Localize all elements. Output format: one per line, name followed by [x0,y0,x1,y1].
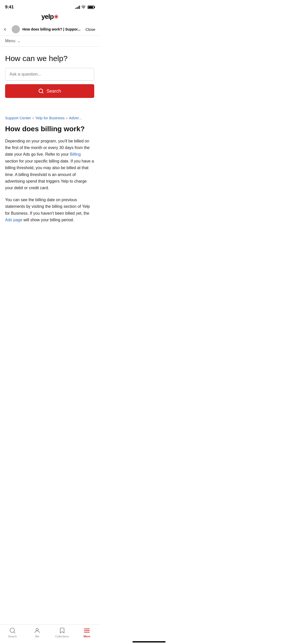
yelp-logo-bar: yelp✳ [0,13,99,23]
breadcrumb-chevron-1: › [33,116,34,120]
billing-link[interactable]: Billing [70,152,81,156]
article-body-2-after: will show your billing period. [22,218,74,222]
menu-bar[interactable]: Menu ⌄ [0,36,99,47]
breadcrumb-support-center[interactable]: Support Center [5,116,31,120]
article-body-1: Depending on your program, you'll be bil… [5,138,94,192]
search-button[interactable]: Search [5,84,94,98]
search-button-label: Search [46,89,61,94]
menu-label: Menu [5,39,15,43]
status-icons [75,5,94,9]
breadcrumb: Support Center › Yelp for Business › Adv… [5,116,94,120]
battery-icon [88,6,94,9]
breadcrumb-chevron-2: › [66,116,67,120]
status-time: 9:41 [5,5,14,10]
close-button[interactable]: Close [86,27,95,32]
browser-nav: ‹ How does billing work? | Suppor... Clo… [0,23,99,36]
breadcrumb-adver[interactable]: Adver... [69,116,82,120]
help-title: How can we help? [5,54,94,63]
search-input-wrapper [5,68,94,81]
breadcrumb-yelp-for-business[interactable]: Yelp for Business [35,116,64,120]
signal-icon [75,5,80,9]
search-input[interactable] [5,68,94,81]
ads-page-link[interactable]: Ads page [5,218,22,222]
article-body-1-after: section for your specific billing date. … [5,159,94,190]
wifi-icon [82,5,86,9]
help-section: How can we help? Search [0,47,99,103]
article-body-2-text: You can see the billing date on previous… [5,198,90,215]
article-body-2: You can see the billing date on previous… [5,197,94,224]
browser-favicon [12,25,20,33]
search-icon [38,88,44,94]
content-section: Support Center › Yelp for Business › Adv… [0,111,99,226]
chevron-down-icon: ⌄ [17,39,20,43]
browser-url: How does billing work? | Suppor... [22,27,83,31]
article-title: How does billing work? [5,125,94,133]
svg-line-1 [42,92,43,93]
yelp-logo: yelp✳ [41,13,58,20]
status-bar: 9:41 [0,0,99,13]
back-button[interactable]: ‹ [4,26,9,33]
